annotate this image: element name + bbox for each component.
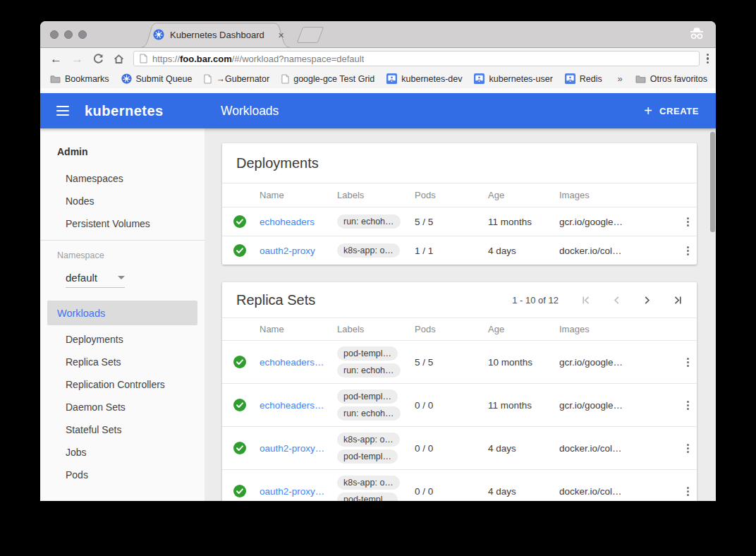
bookmark-submit-queue[interactable]: Submit Queue bbox=[121, 73, 193, 84]
images-cell: docker.io/col… bbox=[559, 486, 672, 497]
bookmarks-overflow-button[interactable]: » bbox=[617, 73, 622, 84]
table-row: oauth2-proxy k8s-app: o… 1 / 1 4 days do… bbox=[222, 236, 697, 265]
label-chip[interactable]: pod-templ… bbox=[337, 492, 398, 501]
resource-link[interactable]: oauth2-proxy bbox=[260, 246, 337, 256]
bookmark-label: Redis bbox=[580, 74, 602, 84]
pods-cell: 0 / 0 bbox=[415, 400, 488, 411]
url-host: foo.bar.com bbox=[180, 54, 232, 64]
pods-cell: 5 / 5 bbox=[415, 357, 488, 368]
images-cell: gcr.io/google… bbox=[559, 217, 672, 227]
app-body: Admin Namespaces Nodes Persistent Volume… bbox=[40, 128, 716, 501]
sidebar-item-stateful-sets[interactable]: Stateful Sets bbox=[40, 418, 205, 441]
bookmark-gubernator[interactable]: →Gubernator bbox=[204, 74, 269, 84]
hamburger-menu-icon[interactable] bbox=[56, 106, 69, 116]
tab-close-icon[interactable]: × bbox=[278, 30, 284, 40]
url-bar[interactable]: https://foo.bar.com/#/workload?namespace… bbox=[133, 51, 700, 66]
label-chip[interactable]: pod-templ… bbox=[337, 449, 398, 464]
incognito-icon bbox=[688, 27, 706, 41]
first-page-icon[interactable] bbox=[581, 295, 592, 306]
page-icon bbox=[281, 74, 289, 84]
namespace-select[interactable]: default bbox=[66, 267, 125, 288]
pods-cell: 1 / 1 bbox=[415, 246, 488, 256]
sidebar-item-persistent-volumes[interactable]: Persistent Volumes bbox=[40, 212, 205, 235]
column-header-images: Images bbox=[559, 324, 672, 334]
bookmark-kubernetes-user[interactable]: kubernetes-user bbox=[474, 73, 552, 84]
label-chip[interactable]: run: echoh… bbox=[337, 214, 401, 229]
row-actions-menu-icon[interactable] bbox=[687, 487, 689, 496]
table-row: oauth2-proxy… k8s-app: o… pod-templ… 0 /… bbox=[222, 426, 697, 469]
tab-title: Kubernetes Dashboard bbox=[170, 30, 272, 40]
label-chip[interactable]: run: echoh… bbox=[337, 406, 401, 421]
forward-button[interactable]: → bbox=[71, 53, 83, 65]
resource-link[interactable]: echoheaders… bbox=[260, 400, 337, 411]
bookmark-google-gce-test-grid[interactable]: google-gce Test Grid bbox=[281, 74, 374, 84]
label-chip[interactable]: k8s-app: o… bbox=[337, 243, 400, 258]
tab-bar: Kubernetes Dashboard × bbox=[40, 21, 716, 48]
folder-icon bbox=[635, 75, 646, 83]
bookmark-kubernetes-dev[interactable]: kubernetes-dev bbox=[386, 73, 462, 84]
label-chip[interactable]: pod-templ… bbox=[337, 346, 398, 361]
chevron-down-icon bbox=[118, 276, 125, 279]
status-ok-icon bbox=[233, 244, 246, 257]
label-chip[interactable]: run: echoh… bbox=[337, 363, 401, 377]
label-chip[interactable]: k8s-app: o… bbox=[337, 433, 400, 447]
column-header-age: Age bbox=[488, 190, 559, 200]
bookmark-redis[interactable]: Redis bbox=[565, 73, 602, 84]
home-button[interactable] bbox=[113, 53, 125, 65]
sidebar-item-replica-sets[interactable]: Replica Sets bbox=[40, 351, 205, 373]
page-top-gap bbox=[40, 88, 716, 93]
refresh-button[interactable] bbox=[92, 53, 104, 65]
sidebar-item-daemon-sets[interactable]: Daemon Sets bbox=[40, 396, 205, 418]
resource-link[interactable]: oauth2-proxy… bbox=[260, 486, 337, 497]
images-cell: gcr.io/google… bbox=[559, 400, 672, 411]
label-chip[interactable]: k8s-app: o… bbox=[337, 476, 400, 490]
browser-menu-button[interactable] bbox=[707, 54, 709, 64]
bookmark-otros-favoritos-folder[interactable]: Otros favoritos bbox=[635, 74, 707, 84]
resource-link[interactable]: oauth2-proxy… bbox=[260, 443, 337, 454]
sidebar-item-replication-controllers[interactable]: Replication Controllers bbox=[40, 373, 205, 396]
resource-link[interactable]: echoheaders… bbox=[260, 357, 337, 368]
sidebar-item-namespaces[interactable]: Namespaces bbox=[40, 167, 205, 190]
row-actions-menu-icon[interactable] bbox=[687, 358, 689, 367]
sidebar-item-nodes[interactable]: Nodes bbox=[40, 190, 205, 212]
sidebar-item-jobs[interactable]: Jobs bbox=[40, 441, 205, 464]
replica-sets-card: Replica Sets 1 - 10 of 12 bbox=[222, 282, 697, 501]
last-page-icon[interactable] bbox=[672, 295, 683, 306]
status-ok-icon bbox=[233, 399, 246, 411]
pods-cell: 5 / 5 bbox=[415, 217, 488, 227]
row-actions-menu-icon[interactable] bbox=[687, 217, 689, 226]
label-chip[interactable]: pod-templ… bbox=[337, 389, 398, 404]
resource-link[interactable]: echoheaders bbox=[260, 217, 337, 227]
page-security-icon[interactable] bbox=[140, 54, 147, 64]
age-cell: 11 months bbox=[488, 217, 559, 227]
browser-window: Kubernetes Dashboard × ← → bbox=[40, 21, 716, 501]
scrollbar-thumb[interactable] bbox=[710, 132, 715, 232]
age-cell: 10 months bbox=[488, 357, 559, 368]
previous-page-icon[interactable] bbox=[611, 295, 622, 306]
app-brand: kubernetes bbox=[85, 103, 164, 119]
age-cell: 4 days bbox=[488, 246, 559, 256]
page-title: Workloads bbox=[221, 104, 279, 119]
row-actions-menu-icon[interactable] bbox=[687, 444, 689, 453]
table-row: echoheaders run: echoh… 5 / 5 11 months … bbox=[222, 207, 697, 236]
sidebar-item-workloads[interactable]: Workloads bbox=[47, 301, 197, 325]
next-page-icon[interactable] bbox=[642, 295, 652, 306]
url-text[interactable]: https://foo.bar.com/#/workload?namespace… bbox=[152, 54, 364, 64]
pagination: 1 - 10 of 12 bbox=[512, 295, 683, 306]
images-cell: docker.io/col… bbox=[559, 443, 672, 454]
bookmarks-bar: Bookmarks Submit Queue bbox=[40, 69, 716, 88]
sidebar-item-deployments[interactable]: Deployments bbox=[40, 328, 205, 351]
column-header-labels: Labels bbox=[337, 190, 415, 200]
sidebar-item-pods[interactable]: Pods bbox=[40, 464, 205, 486]
bookmark-bookmarks-folder[interactable]: Bookmarks bbox=[50, 74, 109, 84]
sidebar-item-admin[interactable]: Admin bbox=[40, 140, 205, 163]
age-cell: 4 days bbox=[488, 486, 559, 497]
status-ok-icon bbox=[233, 356, 246, 368]
back-button[interactable]: ← bbox=[50, 53, 62, 65]
bookmark-label: Bookmarks bbox=[65, 74, 109, 84]
row-actions-menu-icon[interactable] bbox=[687, 401, 689, 410]
create-button[interactable]: + CREATE bbox=[644, 104, 699, 118]
browser-toolbar: ← → https://foo.bar.com/#/workload?names… bbox=[40, 48, 716, 69]
row-actions-menu-icon[interactable] bbox=[687, 246, 689, 255]
active-tab[interactable]: Kubernetes Dashboard × bbox=[153, 21, 284, 48]
